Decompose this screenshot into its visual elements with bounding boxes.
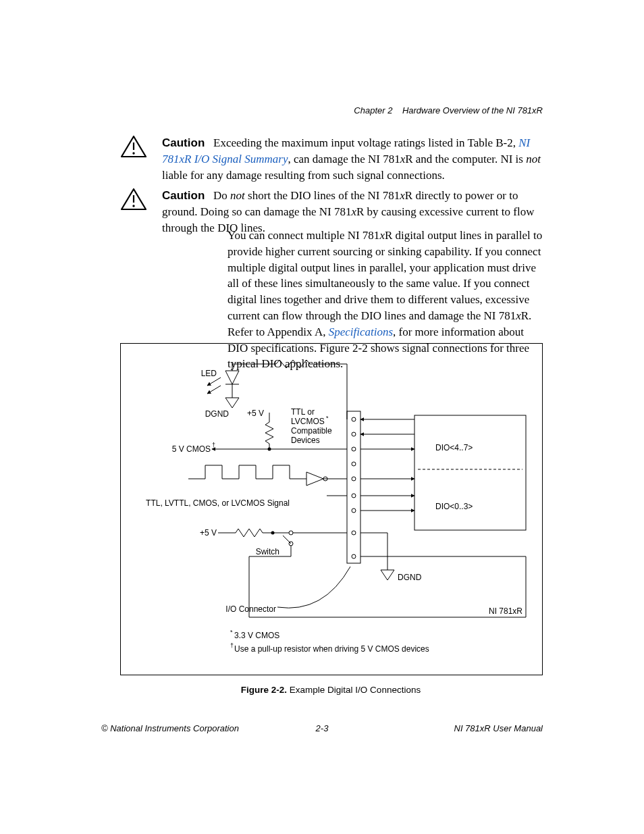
label-dgnd1: DGND bbox=[205, 409, 230, 419]
model-x: x bbox=[516, 309, 521, 322]
svg-point-10 bbox=[352, 462, 356, 466]
dagger-symbol: † bbox=[212, 442, 215, 448]
svg-point-11 bbox=[352, 477, 356, 481]
body-text: R digital output lines in parallel to pr… bbox=[227, 229, 542, 322]
label-device: NI 781xR bbox=[489, 606, 522, 616]
footer-manual-title: NI 781xR User Manual bbox=[454, 723, 543, 735]
note-1: 3.3 V CMOS bbox=[234, 631, 279, 640]
label-led: LED bbox=[201, 369, 217, 378]
label-io-connector: I/O Connector bbox=[225, 604, 276, 614]
caution-text-part: liable for any damage resulting from suc… bbox=[162, 169, 445, 182]
not-emphasis: not bbox=[230, 189, 245, 202]
model-x: x bbox=[379, 229, 385, 242]
svg-marker-26 bbox=[381, 570, 394, 580]
svg-point-15 bbox=[352, 554, 356, 558]
footer-page-number: 2-3 bbox=[0, 723, 644, 735]
caution-label: Caution bbox=[162, 136, 205, 149]
caution-icon bbox=[120, 188, 147, 211]
label-lvcmos: LVCMOS bbox=[291, 417, 325, 426]
caution-text-part: Do bbox=[213, 189, 230, 202]
svg-marker-46 bbox=[306, 472, 323, 486]
note-2: Use a pull-up resistor when driving 5 V … bbox=[234, 644, 429, 654]
figure-2-2: DIO<4..7> DIO<0..3> DGND NI 781xR I/O Co… bbox=[120, 343, 543, 675]
caution-text-part: R and the computer. NI is bbox=[405, 153, 526, 165]
label-devices: Devices bbox=[291, 436, 320, 445]
model-x: x bbox=[400, 189, 405, 202]
model-x: x bbox=[351, 205, 356, 218]
svg-point-8 bbox=[352, 432, 356, 436]
caution-label: Caution bbox=[162, 189, 205, 202]
label-compatible: Compatible bbox=[291, 426, 332, 436]
svg-marker-39 bbox=[225, 398, 239, 408]
caution-1: Caution Exceeding the maximum input volt… bbox=[162, 135, 543, 183]
svg-point-51 bbox=[289, 531, 293, 535]
label-ttl-signal: TTL, LVTTL, CMOS, or LVCMOS Signal bbox=[146, 498, 290, 508]
body-text: You can connect multiple NI 781 bbox=[227, 229, 379, 242]
chapter-number: Chapter 2 bbox=[354, 105, 392, 115]
not-emphasis: not bbox=[526, 153, 541, 165]
page: Chapter 2 Hardware Overview of the NI 78… bbox=[0, 0, 644, 834]
label-dio03: DIO<0..3> bbox=[435, 502, 473, 511]
star-symbol: * bbox=[326, 415, 329, 421]
caution-text-part: , can damage the NI 781 bbox=[288, 153, 400, 165]
dagger-symbol-note: † bbox=[230, 642, 234, 649]
svg-line-53 bbox=[283, 536, 291, 544]
label-plus5v-1: +5 V bbox=[247, 409, 264, 418]
svg-marker-34 bbox=[225, 371, 239, 384]
svg-rect-6 bbox=[347, 411, 360, 563]
label-cmos5v: 5 V CMOS bbox=[172, 444, 211, 454]
label-switch: Switch bbox=[256, 547, 279, 556]
label-dgnd2: DGND bbox=[398, 573, 422, 582]
link-specifications[interactable]: Specifications bbox=[329, 325, 393, 338]
star-symbol-note: * bbox=[230, 629, 233, 635]
svg-point-9 bbox=[352, 447, 356, 451]
svg-point-7 bbox=[352, 417, 356, 421]
caution-icon bbox=[120, 135, 147, 158]
svg-point-14 bbox=[352, 531, 356, 535]
caution-text-part: short the DIO lines of the NI 781 bbox=[245, 189, 400, 202]
caution-text-part: Exceeding the maximum input voltage rati… bbox=[213, 136, 518, 149]
svg-rect-16 bbox=[414, 415, 526, 530]
running-header: Chapter 2 Hardware Overview of the NI 78… bbox=[354, 105, 543, 117]
label-plus5v-2: +5 V bbox=[200, 528, 217, 538]
figure-diagram: DIO<4..7> DIO<0..3> DGND NI 781xR I/O Co… bbox=[121, 344, 542, 675]
label-ttl-or: TTL or bbox=[291, 407, 315, 417]
svg-point-5 bbox=[132, 205, 134, 207]
svg-point-2 bbox=[132, 152, 134, 154]
figure-caption-number: Figure 2-2. bbox=[241, 685, 287, 695]
svg-line-37 bbox=[207, 386, 221, 394]
chapter-title: Hardware Overview of the NI 781xR bbox=[402, 105, 543, 115]
svg-point-13 bbox=[352, 509, 356, 513]
svg-line-36 bbox=[207, 377, 221, 386]
svg-point-12 bbox=[352, 494, 356, 498]
figure-caption: Figure 2-2. Example Digital I/O Connecti… bbox=[120, 684, 541, 697]
label-dio47: DIO<4..7> bbox=[435, 443, 473, 452]
figure-caption-text: Example Digital I/O Connections bbox=[287, 685, 421, 695]
